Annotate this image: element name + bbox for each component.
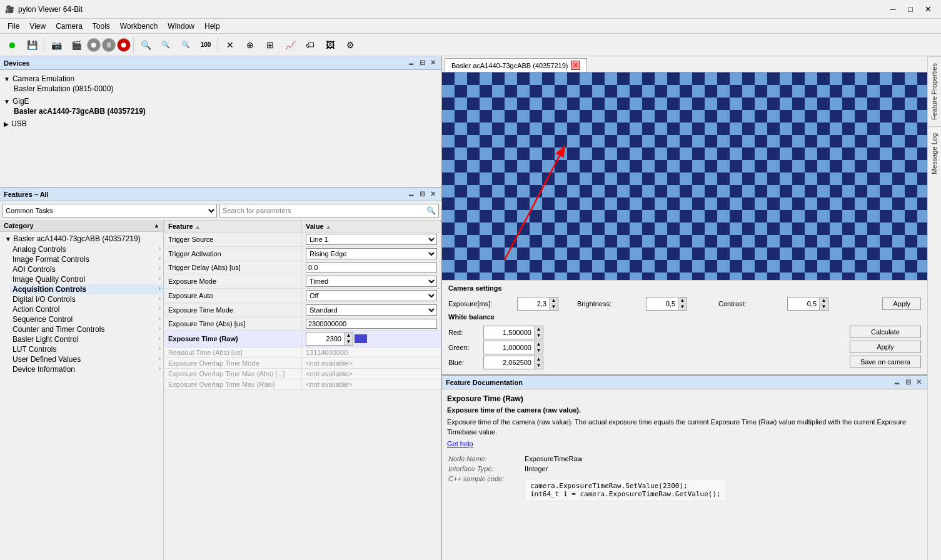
trigger-source-select[interactable]: Line 1 xyxy=(306,234,437,245)
wb-red-input[interactable] xyxy=(484,328,534,338)
wb-apply-button[interactable]: Apply xyxy=(850,341,921,353)
brightness-up[interactable]: ▲ xyxy=(678,298,687,304)
exposure-time-mode-select[interactable]: Standard xyxy=(306,304,437,316)
features-collapse-btn[interactable]: 🗕 xyxy=(406,190,416,198)
tb-save-button[interactable]: 💾 xyxy=(23,36,41,54)
feature-value-exposure-mode[interactable]: Timed xyxy=(302,274,441,289)
tree-row-usb[interactable]: ▶ USB xyxy=(3,119,439,129)
cat-lut[interactable]: LUT Controls› xyxy=(10,344,163,354)
tb-chart-button[interactable]: 📈 xyxy=(281,36,299,54)
cat-aoi[interactable]: AOI Controls› xyxy=(10,264,163,274)
tb-image-button[interactable]: 🖼 xyxy=(321,36,340,54)
menu-workbench[interactable]: Workbench xyxy=(115,21,163,32)
tb-zoom-in-button[interactable]: 🔍 xyxy=(136,36,155,54)
wb-calculate-button[interactable]: Calculate xyxy=(850,326,921,338)
cat-counter-timer[interactable]: Counter and Timer Controls› xyxy=(10,324,163,334)
camera-tab-close[interactable]: ✕ xyxy=(571,61,580,70)
tb-record2-button[interactable]: ⏺ xyxy=(87,38,101,52)
brightness-down[interactable]: ▼ xyxy=(678,304,687,310)
wb-green-up[interactable]: ▲ xyxy=(534,341,543,348)
wb-blue-down[interactable]: ▼ xyxy=(534,362,543,369)
feature-value-trigger-delay[interactable] xyxy=(302,261,441,274)
feature-value-trigger-source[interactable]: Line 1 xyxy=(302,232,441,247)
contrast-up[interactable]: ▲ xyxy=(819,298,828,304)
camera-settings-apply-button[interactable]: Apply xyxy=(882,298,921,310)
tb-zoom-fit-button[interactable]: 🔍 xyxy=(176,36,195,54)
tb-power-button[interactable]: ⏺ xyxy=(3,36,21,54)
tb-tag-button[interactable]: 🏷 xyxy=(301,36,320,54)
cat-user-defined[interactable]: User Defined Values› xyxy=(10,354,163,364)
wb-green-down[interactable]: ▼ xyxy=(534,348,543,354)
tb-record-button[interactable]: 🎬 xyxy=(67,36,86,54)
feat-doc-collapse-btn[interactable]: 🗕 xyxy=(892,378,902,386)
contrast-input[interactable] xyxy=(788,299,819,309)
exposure-ms-down[interactable]: ▼ xyxy=(549,304,558,310)
brightness-input[interactable] xyxy=(647,299,678,309)
exposure-time-raw-input[interactable] xyxy=(306,334,344,344)
close-button[interactable]: ✕ xyxy=(920,2,936,16)
cat-digital-io[interactable]: Digital I/O Controls› xyxy=(10,294,163,304)
exposure-raw-spin-down[interactable]: ▼ xyxy=(344,339,353,345)
wb-red-down[interactable]: ▼ xyxy=(534,332,543,339)
cat-sequence[interactable]: Sequence Control› xyxy=(10,314,163,324)
feature-value-exposure-time-abs[interactable] xyxy=(302,318,441,331)
exposure-mode-select[interactable]: Timed xyxy=(306,276,437,287)
exposure-time-abs-input[interactable] xyxy=(306,319,437,329)
cat-basler-main[interactable]: ▼ Basler acA1440-73gcABB (40357219) xyxy=(0,233,163,244)
tb-zoom-100-button[interactable]: 100 xyxy=(196,36,215,54)
cat-action[interactable]: Action Control› xyxy=(10,304,163,314)
feat-doc-detach-btn[interactable]: ⊟ xyxy=(903,378,913,386)
menu-view[interactable]: View xyxy=(24,21,51,32)
minimize-button[interactable]: ─ xyxy=(885,2,901,16)
wb-blue-input[interactable] xyxy=(484,358,534,368)
trigger-activation-select[interactable]: Rising Edge xyxy=(306,248,437,259)
feature-value-trigger-activation[interactable]: Rising Edge xyxy=(302,247,441,261)
feature-value-exposure-time-mode[interactable]: Standard xyxy=(302,303,441,318)
tb-center-button[interactable]: ⊕ xyxy=(241,36,259,54)
cat-image-format[interactable]: Image Format Controls› xyxy=(10,254,163,264)
feat-doc-close-btn[interactable]: ✕ xyxy=(914,378,923,386)
maximize-button[interactable]: □ xyxy=(902,2,918,16)
tb-grid-button[interactable]: ⊞ xyxy=(261,36,279,54)
camera-tab-item[interactable]: Basler acA1440-73gcABB (40357219) ✕ xyxy=(445,58,587,72)
menu-window[interactable]: Window xyxy=(163,21,199,32)
trigger-delay-input[interactable] xyxy=(306,262,437,272)
tb-zoom-out-button[interactable]: 🔍 xyxy=(156,36,175,54)
tb-pause-button[interactable]: ⏸ xyxy=(102,38,116,52)
wb-green-input[interactable] xyxy=(484,342,534,352)
exposure-auto-select[interactable]: Off xyxy=(306,290,437,301)
exposure-raw-spin-up[interactable]: ▲ xyxy=(344,332,353,339)
cat-image-quality[interactable]: Image Quality Control› xyxy=(10,274,163,284)
exposure-ms-input[interactable] xyxy=(518,299,549,309)
feat-doc-help-link[interactable]: Get help xyxy=(447,440,473,448)
tb-snapshot-button[interactable]: 📷 xyxy=(47,36,66,54)
tb-crosshair-button[interactable]: ✕ xyxy=(221,36,239,54)
feature-value-exposure-time-raw[interactable]: ▲ ▼ xyxy=(302,331,441,348)
menu-tools[interactable]: Tools xyxy=(88,21,115,32)
cat-analog[interactable]: Analog Controls› xyxy=(10,244,163,254)
menu-help[interactable]: Help xyxy=(199,21,225,32)
sidebar-tab-feature-properties[interactable]: Feature Properties xyxy=(928,56,941,126)
tree-row-basler-emulation[interactable]: Basler Emulation (0815-0000) xyxy=(13,84,439,94)
tree-row-gige[interactable]: ▼ GigE xyxy=(3,96,439,106)
cat-acquisition[interactable]: Acquisition Controls› xyxy=(10,284,163,294)
menu-file[interactable]: File xyxy=(3,21,24,32)
contrast-down[interactable]: ▼ xyxy=(819,304,828,310)
sidebar-tab-message-log[interactable]: Message Log xyxy=(928,126,941,181)
features-close-btn[interactable]: ✕ xyxy=(428,190,438,198)
wb-blue-up[interactable]: ▲ xyxy=(534,356,543,362)
tb-stop-button[interactable]: ⏺ xyxy=(117,38,131,52)
menu-camera[interactable]: Camera xyxy=(51,21,88,32)
tree-row-basler-main[interactable]: Basler acA1440-73gcABB (40357219) xyxy=(13,106,439,116)
devices-close-btn[interactable]: ✕ xyxy=(428,59,438,67)
devices-detach-btn[interactable]: ⊟ xyxy=(418,59,427,67)
devices-collapse-btn[interactable]: 🗕 xyxy=(406,59,416,67)
category-dropdown[interactable]: Common Tasks xyxy=(3,204,217,218)
exposure-ms-up[interactable]: ▲ xyxy=(549,298,558,304)
features-detach-btn[interactable]: ⊟ xyxy=(418,190,427,198)
tb-settings-button[interactable]: ⚙ xyxy=(341,36,360,54)
wb-red-up[interactable]: ▲ xyxy=(534,326,543,332)
cat-device-info[interactable]: Device Information› xyxy=(10,364,163,374)
search-input[interactable] xyxy=(223,207,426,214)
tree-row-camera-emulation[interactable]: ▼ Camera Emulation xyxy=(3,74,439,84)
